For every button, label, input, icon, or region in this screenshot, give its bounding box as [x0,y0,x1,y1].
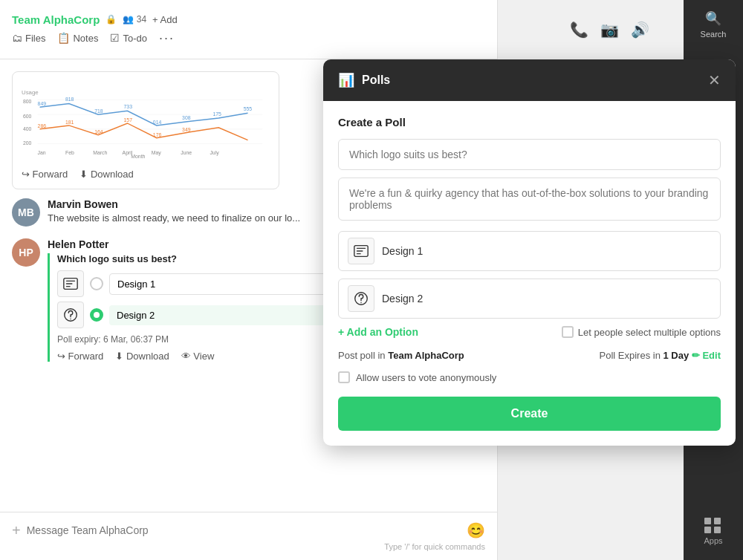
svg-text:176: 176 [153,132,162,137]
input-row: + 😊 [12,521,485,539]
forward-chart-button[interactable]: ↪ Forward [22,169,68,180]
svg-text:Month: Month [131,154,145,159]
team-name: Team AlphaCorp [12,13,100,26]
radio-design2[interactable] [90,308,103,322]
notes-icon: 📋 [57,32,70,44]
attach-button[interactable]: + [12,522,21,539]
svg-text:555: 555 [244,106,253,111]
people-icon: 👥 34 [123,14,146,25]
post-in-info: Post poll in Team AlphaCorp [338,350,464,361]
create-poll-button[interactable]: Create [338,397,721,431]
tab-notes-label: Notes [73,33,98,44]
chart-message: Usage 800 600 400 200 849 818 [12,71,279,189]
apps-button[interactable]: Apps [704,518,722,545]
svg-text:600: 600 [23,114,32,119]
anon-label: Allow users to vote anonymously [356,372,496,383]
message-input-area: + 😊 Type '/' for quick commands [0,512,497,560]
input-hint: Type '/' for quick commands [12,542,485,551]
svg-text:014: 014 [153,120,162,125]
radio-design1[interactable] [90,277,103,290]
poll-description-input[interactable] [338,178,721,221]
design2-icon [348,285,374,312]
chat-header: Team AlphaCorp 🔒 👥 34 + Add 🗂 Files 📋 No… [0,0,497,59]
close-modal-button[interactable]: ✕ [708,71,721,89]
modal-header-left: 📊 Polls [338,72,390,88]
svg-text:July: July [210,150,219,156]
svg-text:718: 718 [94,108,103,114]
svg-text:181: 181 [65,120,74,125]
chart-svg: Usage 800 600 400 200 849 818 [22,81,270,163]
tab-files[interactable]: 🗂 Files [12,32,45,44]
chat-header-tabs: 🗂 Files 📋 Notes ☑ To-do ··· [12,30,485,46]
modal-title: Polls [362,74,390,87]
post-in-prefix: Post poll in [338,350,386,361]
modal-header: 📊 Polls ✕ [323,59,736,101]
message-input[interactable] [27,524,461,536]
add-option-button[interactable]: + Add an Option [338,326,418,338]
poll-option-2: Design 2 [338,279,721,319]
avatar: HP [12,238,40,267]
view-poll-button[interactable]: 👁 View [181,351,215,362]
speaker-button[interactable]: 🔊 [631,21,649,39]
todo-icon: ☑ [110,32,120,44]
multi-select-label[interactable]: Let people select multiple options [562,326,721,338]
svg-text:818: 818 [65,97,74,102]
search-button[interactable]: 🔍 Search [684,0,743,49]
chart-actions: ↪ Forward ⬇ Download [22,169,270,180]
svg-text:164: 164 [94,129,103,134]
app-dot [704,527,711,533]
apps-grid-icon [704,518,722,533]
svg-text:March: March [93,150,107,155]
svg-text:800: 800 [23,99,32,104]
lock-icon: 🔒 [106,14,117,25]
more-options-button[interactable]: ··· [159,30,175,46]
files-icon: 🗂 [12,32,22,44]
svg-text:308: 308 [182,115,191,120]
svg-text:286: 286 [38,123,47,128]
option2-label: Design 2 [382,293,711,305]
tab-todo-label: To-do [123,33,147,44]
app-dot [704,518,711,524]
app-dot [714,518,721,524]
video-button[interactable]: 📷 [600,21,619,39]
modal-body: Create a Poll Design 1 [323,101,736,446]
svg-point-33 [70,319,71,319]
svg-text:Feb: Feb [65,150,74,155]
svg-point-36 [360,302,361,303]
search-label: Search [701,30,727,39]
add-members-button[interactable]: + Add [152,14,178,25]
anonymous-row: Allow users to vote anonymously [338,371,721,383]
section-title: Create a Poll [338,116,721,128]
download-chart-button[interactable]: ⬇ Download [80,169,133,180]
add-option-row: + Add an Option Let people select multip… [338,326,721,338]
forward-poll-button[interactable]: ↪ Forward [57,351,103,362]
emoji-button[interactable]: 😊 [467,521,485,539]
chat-header-top: Team AlphaCorp 🔒 👥 34 + Add [12,13,485,26]
chart-area: Usage 800 600 400 200 849 818 [22,81,270,163]
svg-text:349: 349 [182,127,191,132]
tab-todo[interactable]: ☑ To-do [110,32,147,44]
multi-select-checkbox[interactable] [562,326,574,338]
edit-expires-button[interactable]: ✏ Edit [692,350,721,361]
poll-question-input[interactable] [338,139,721,170]
svg-text:Usage: Usage [22,89,39,96]
svg-text:175: 175 [212,111,221,117]
expires-info: Poll Expires in 1 Day ✏ Edit [600,350,721,361]
design1-icon [348,238,374,264]
svg-text:157: 157 [124,117,133,123]
design2-logo [57,302,84,328]
apps-label: Apps [704,536,722,545]
tab-notes[interactable]: 📋 Notes [57,32,98,44]
tab-files-label: Files [25,33,45,44]
anon-checkbox[interactable] [338,371,350,383]
polls-modal: 📊 Polls ✕ Create a Poll Design 1 [323,59,736,446]
svg-text:200: 200 [23,140,32,146]
poll-option-1: Design 1 [338,231,721,271]
multi-select-text: Let people select multiple options [578,327,721,338]
phone-button[interactable]: 📞 [570,21,588,39]
expires-prefix: Poll Expires in [600,350,661,361]
svg-text:June: June [181,150,192,155]
option1-label: Design 1 [382,245,711,257]
download-poll-button[interactable]: ⬇ Download [115,351,169,362]
app-dot [714,527,721,533]
